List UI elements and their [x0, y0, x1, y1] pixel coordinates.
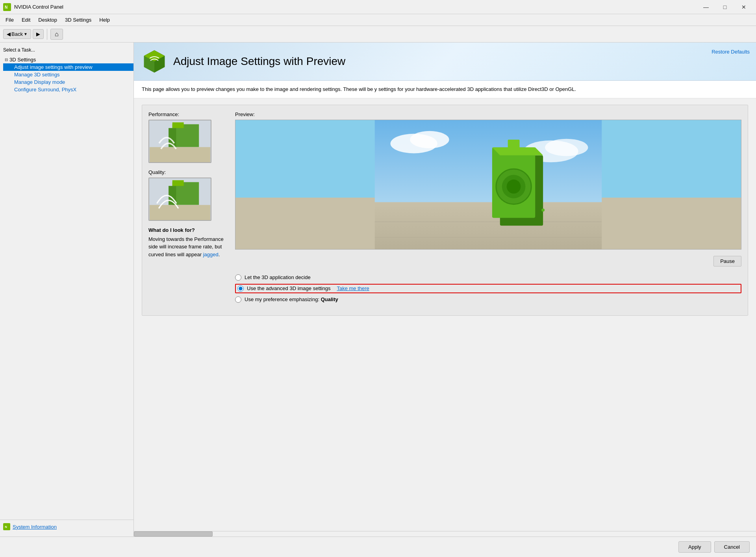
svg-rect-18	[172, 180, 184, 185]
close-button[interactable]: ✕	[735, 0, 753, 14]
home-button[interactable]: ⌂	[50, 29, 63, 40]
page-header: Adjust Image Settings with Preview Resto…	[134, 43, 756, 81]
back-label: Back	[11, 31, 23, 37]
forward-button[interactable]: ▶	[33, 29, 44, 39]
dropdown-arrow-icon: ▼	[24, 32, 28, 36]
window-title: NVIDIA Control Panel	[14, 4, 697, 10]
radio-row-app-decide: Let the 3D application decide	[235, 274, 741, 281]
quality-thumbnail-group: Quality:	[148, 169, 227, 221]
preview-section: Preview:	[235, 111, 741, 309]
svg-rect-14	[150, 205, 210, 220]
page-description-text: This page allows you to preview changes …	[142, 86, 576, 92]
sidebar-item-adjust-image[interactable]: Adjust image settings with preview	[3, 63, 133, 71]
quality-label: Quality:	[148, 169, 227, 175]
sidebar-item-manage-3d[interactable]: Manage 3D settings	[3, 71, 133, 78]
performance-thumbnail-group: Performance:	[148, 111, 227, 163]
home-icon: ⌂	[55, 31, 59, 38]
apply-button[interactable]: Apply	[678, 541, 711, 553]
radio-advanced-label: Use the advanced 3D image settings	[247, 285, 330, 291]
svg-text:N: N	[5, 525, 7, 529]
menu-desktop[interactable]: Desktop	[34, 15, 61, 24]
sidebar-footer: N System Information	[0, 520, 133, 533]
toolbar-separator	[47, 29, 47, 40]
take-me-there-link[interactable]: Take me there	[337, 285, 369, 291]
minimize-button[interactable]: —	[697, 0, 715, 14]
radio-row-advanced: Use the advanced 3D image settings Take …	[235, 284, 741, 293]
preview-image	[235, 120, 741, 250]
info-section: What do I look for? Moving towards the P…	[148, 227, 227, 259]
quality-thumbnail[interactable]	[148, 178, 211, 221]
info-title: What do I look for?	[148, 227, 227, 233]
sidebar-item-configure-surround[interactable]: Configure Surround, PhysX	[3, 86, 133, 93]
svg-rect-33	[508, 139, 520, 148]
page-title: Adjust Image Settings with Preview	[173, 55, 748, 68]
radio-app-decide[interactable]	[235, 274, 241, 281]
preference-value: Quality	[321, 296, 338, 302]
menu-file[interactable]: File	[2, 15, 18, 24]
content-area: Adjust Image Settings with Preview Resto…	[134, 43, 756, 537]
main-layout: Select a Task... ⊟ 3D Settings Adjust im…	[0, 43, 756, 537]
select-task-label: Select a Task...	[0, 46, 133, 56]
jagged-link[interactable]: jagged	[203, 252, 219, 257]
system-info-link[interactable]: N System Information	[3, 523, 130, 530]
left-panel: Performance:	[148, 111, 227, 309]
horizontal-scrollbar[interactable]	[134, 531, 756, 537]
preview-label: Preview:	[235, 111, 741, 117]
title-bar: N NVIDIA Control Panel — □ ✕	[0, 0, 756, 14]
pause-button[interactable]: Pause	[713, 256, 741, 266]
back-button[interactable]: ◀ Back ▼	[3, 29, 31, 39]
page-header-icon	[142, 49, 167, 74]
svg-rect-13	[172, 122, 184, 128]
menu-edit[interactable]: Edit	[18, 15, 34, 24]
radio-preference-label: Use my preference emphasizing: Quality	[245, 296, 338, 302]
svg-point-32	[507, 179, 521, 194]
page-description: This page allows you to preview changes …	[134, 81, 756, 98]
maximize-button[interactable]: □	[716, 0, 734, 14]
toolbar: ◀ Back ▼ ▶ ⌂	[0, 26, 756, 43]
bottom-bar: Apply Cancel	[0, 537, 756, 557]
app-icon: N	[3, 3, 11, 11]
svg-rect-9	[150, 147, 210, 162]
back-arrow-icon: ◀	[7, 31, 11, 37]
window-controls: — □ ✕	[697, 0, 753, 14]
sidebar: Select a Task... ⊟ 3D Settings Adjust im…	[0, 43, 134, 537]
svg-marker-29	[492, 147, 543, 155]
performance-thumbnail[interactable]	[148, 120, 211, 163]
menu-3d-settings[interactable]: 3D Settings	[61, 15, 95, 24]
svg-point-22	[410, 131, 449, 148]
cancel-button[interactable]: Cancel	[714, 541, 750, 553]
radio-row-preference: Use my preference emphasizing: Quality	[235, 296, 741, 303]
svg-point-24	[545, 139, 588, 156]
info-text: Moving towards the Performance side will…	[148, 235, 227, 259]
performance-label: Performance:	[148, 111, 227, 117]
svg-text:N: N	[5, 5, 7, 9]
system-info-label: System Information	[13, 524, 57, 530]
radio-advanced[interactable]	[237, 285, 244, 292]
sidebar-3d-settings-header[interactable]: ⊟ 3D Settings	[3, 56, 133, 63]
settings-panel: Performance:	[142, 105, 748, 316]
forward-icon: ▶	[36, 31, 40, 37]
svg-point-34	[541, 208, 545, 211]
svg-rect-19	[375, 120, 602, 202]
svg-rect-20	[375, 202, 602, 249]
page-content: Performance:	[134, 98, 756, 531]
menu-bar: File Edit Desktop 3D Settings Help	[0, 14, 756, 26]
system-info-icon: N	[3, 523, 10, 530]
tree-expand-icon: ⊟	[5, 57, 8, 62]
restore-defaults-link[interactable]: Restore Defaults	[712, 49, 750, 55]
sidebar-item-manage-display[interactable]: Manage Display mode	[3, 78, 133, 86]
info-text-part2: .	[219, 252, 220, 257]
radio-options: Let the 3D application decide Use the ad…	[235, 271, 741, 309]
radio-preference[interactable]	[235, 296, 241, 303]
sidebar-3d-settings-label: 3D Settings	[9, 57, 36, 63]
radio-app-decide-label: Let the 3D application decide	[245, 274, 311, 280]
menu-help[interactable]: Help	[95, 15, 114, 24]
sidebar-3d-settings-section: ⊟ 3D Settings Adjust image settings with…	[0, 56, 133, 93]
